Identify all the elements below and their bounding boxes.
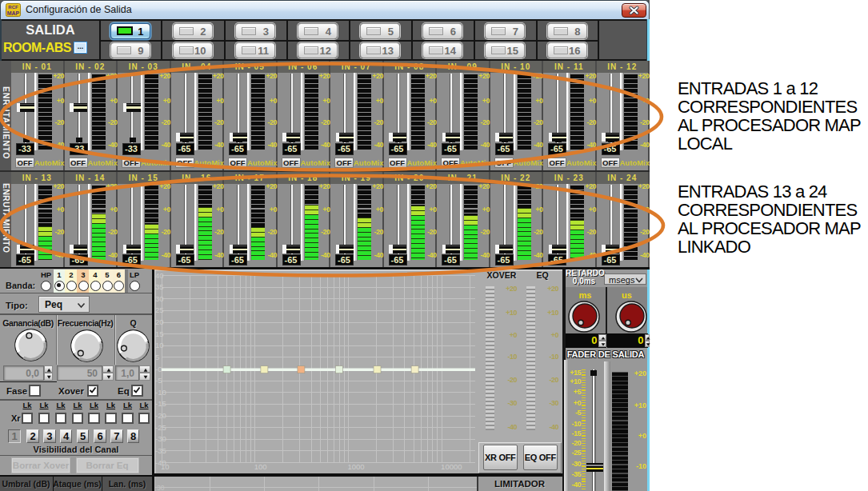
svg-text:-30: -30: [155, 434, 166, 443]
svg-text:100: 100: [254, 462, 267, 471]
svg-text:5: 5: [155, 352, 159, 361]
svg-text:-25: -25: [155, 422, 166, 431]
svg-text:-15: -15: [155, 399, 166, 408]
svg-text:30: 30: [155, 293, 164, 302]
svg-text:15: 15: [155, 329, 164, 337]
svg-text:1000: 1000: [347, 462, 364, 471]
svg-text:-35: -35: [155, 445, 166, 454]
svg-text:MAP: MAP: [7, 10, 20, 16]
svg-text:-0: -0: [155, 364, 162, 373]
svg-text:-5: -5: [155, 376, 162, 385]
svg-text:-10: -10: [155, 387, 166, 396]
svg-text:20: 20: [155, 317, 164, 326]
svg-text:10: 10: [155, 341, 164, 349]
svg-text:40: 40: [155, 270, 164, 279]
svg-text:RCF: RCF: [8, 5, 18, 10]
svg-text:10: 10: [161, 462, 170, 471]
svg-text:25: 25: [155, 305, 164, 314]
svg-text:-20: -20: [155, 411, 166, 420]
svg-text:10000: 10000: [441, 462, 462, 471]
svg-text:35: 35: [155, 282, 164, 291]
